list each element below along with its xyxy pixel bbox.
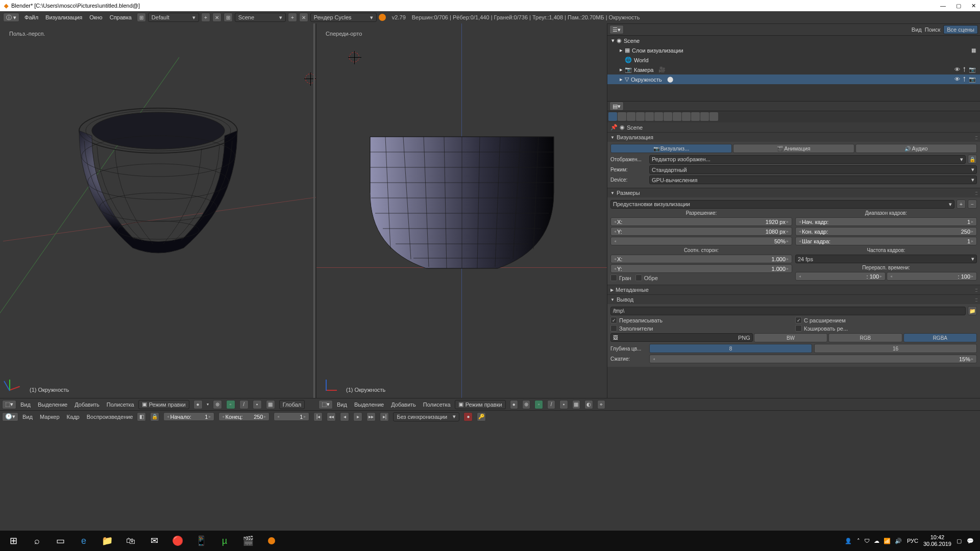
layout-browse-icon[interactable]: ⊞ <box>137 13 146 22</box>
orientation-dropdown[interactable]: Глобал <box>279 400 305 409</box>
aspect-y-field[interactable]: ◂Y:1.000▸ <box>610 264 792 273</box>
play-reverse-icon[interactable]: ◂ <box>340 412 349 421</box>
screen-layout-dropdown[interactable]: Default▾ <box>148 13 199 22</box>
vert-select-icon[interactable]: ▫ <box>534 400 543 409</box>
vert-select-icon[interactable]: ▫ <box>226 400 235 409</box>
autokey-icon[interactable]: ● <box>463 412 473 421</box>
aspect-x-field[interactable]: ◂X:1.000▸ <box>610 255 792 263</box>
jump-end-icon[interactable]: ▸| <box>380 412 389 421</box>
edge-icon[interactable]: e <box>72 531 95 550</box>
pin-icon[interactable]: 📌 <box>610 124 618 131</box>
crop-checkbox[interactable] <box>635 274 642 281</box>
frame-end-field[interactable]: ◂Кон. кадр:250▸ <box>795 227 977 236</box>
limit-sel-icon[interactable]: ▦ <box>266 400 275 409</box>
menu-render[interactable]: Визуализация <box>45 14 82 20</box>
res-x-field[interactable]: ◂X:1920 px▸ <box>610 217 792 226</box>
output-path-field[interactable] <box>610 307 966 315</box>
world-tab-icon[interactable] <box>636 112 645 121</box>
compression-field[interactable]: ◂15%▸ <box>649 355 977 363</box>
tray-language[interactable]: РУС <box>907 538 918 544</box>
face-select-icon[interactable]: ▪ <box>559 400 568 409</box>
end-frame-field[interactable]: ◂Конец:250▸ <box>218 412 270 421</box>
outliner-editor-icon[interactable]: ☰▾ <box>609 25 624 34</box>
scene-browse-icon[interactable]: ⊞ <box>224 13 233 22</box>
del-layout-button[interactable]: ✕ <box>212 13 222 22</box>
scene-dropdown[interactable]: Scene▾ <box>235 13 286 22</box>
pivot-icon[interactable]: ⊕ <box>213 400 222 409</box>
add-preset-button[interactable]: + <box>957 199 966 209</box>
mode-dropdown[interactable]: ▣ Режим правки <box>138 400 189 409</box>
mode-dropdown[interactable]: ▣ Режим правки <box>455 400 506 409</box>
eye-icon[interactable]: 👁 <box>954 76 960 83</box>
display-dropdown[interactable]: Редактор изображен...▾ <box>649 155 966 164</box>
edge-select-icon[interactable]: / <box>239 400 249 409</box>
3d-viewport-left[interactable]: Польз.-персп. (1) Окружность <box>0 23 316 398</box>
store-icon[interactable]: 🛍 <box>119 531 142 550</box>
outliner-camera[interactable]: ▸📷Камера🎥👁⭡📷 <box>607 65 980 74</box>
editor-type-icon[interactable]: ⬚▾ <box>2 400 16 409</box>
res-pct-field[interactable]: ◂50%▸ <box>610 237 792 245</box>
material-tab-icon[interactable] <box>682 112 691 121</box>
res-y-field[interactable]: ◂Y:1080 px▸ <box>610 227 792 236</box>
keyframe-prev-icon[interactable]: ◂◂ <box>327 412 336 421</box>
del-scene-button[interactable]: ✕ <box>299 13 308 22</box>
sync-dropdown[interactable]: Без синхронизации▾ <box>393 412 459 421</box>
properties-editor-icon[interactable]: ▤▾ <box>609 102 624 111</box>
outliner-scene[interactable]: ▾◉Scene <box>607 36 980 45</box>
eye-icon[interactable]: 👁 <box>954 66 960 73</box>
3d-viewport-right[interactable]: Спереди-орто (1) Окружность <box>316 23 607 398</box>
outliner-renderlayers[interactable]: ▸▦Слои визуализации▦ <box>607 45 980 55</box>
format-dropdown[interactable]: 🖼 PNG <box>610 333 753 342</box>
render-engine-dropdown[interactable]: Рендер Cycles▾ <box>310 13 377 22</box>
particles-tab-icon[interactable] <box>700 112 709 121</box>
depth-16-button[interactable]: 16 <box>814 344 977 353</box>
tray-onedrive-icon[interactable]: ☁ <box>874 538 879 544</box>
audio-button[interactable]: 🔊Аудио <box>855 144 977 153</box>
edge-select-icon[interactable]: / <box>547 400 555 409</box>
remap-new-field[interactable]: ◂: 100▸ <box>887 272 977 281</box>
outliner-tree[interactable]: ▾◉Scene ▸▦Слои визуализации▦ 🌐World ▸📷Ка… <box>607 36 980 101</box>
menu-window[interactable]: Окно <box>89 14 103 20</box>
folder-browse-icon[interactable]: 📁 <box>968 306 977 315</box>
people-icon[interactable]: 👤 <box>845 538 852 544</box>
overwrite-checkbox[interactable]: ✓ <box>610 317 617 323</box>
mail-icon[interactable]: ✉ <box>143 531 165 550</box>
feature-set-dropdown[interactable]: Стандартный▾ <box>649 165 977 174</box>
panel-dimensions[interactable]: ▼Размеры:::: <box>607 188 980 197</box>
render-tab-icon[interactable] <box>608 112 617 121</box>
shading-icon[interactable]: ● <box>193 400 203 409</box>
phone-icon[interactable]: 📱 <box>190 531 212 550</box>
outliner-circle[interactable]: ▸▽Окружность⬤👁⭡📷 <box>607 74 980 84</box>
modifiers-tab-icon[interactable] <box>664 112 672 121</box>
tray-notification-icon[interactable]: 💬 <box>967 538 974 544</box>
outliner-search[interactable]: Поиск <box>925 27 940 33</box>
scene-tab-icon[interactable] <box>627 112 635 121</box>
panel-render[interactable]: ▼Визуализация:::: <box>607 132 980 142</box>
data-tab-icon[interactable] <box>673 112 681 121</box>
explorer-icon[interactable]: 📁 <box>96 531 118 550</box>
task-view-icon[interactable]: ▭ <box>49 531 71 550</box>
render-icon[interactable]: 📷 <box>969 76 976 83</box>
editor-type-icon[interactable]: ⓘ ▾ <box>3 13 19 22</box>
device-dropdown[interactable]: GPU-вычисления▾ <box>649 176 977 184</box>
frame-start-field[interactable]: ◂Нач. кадр:1▸ <box>795 217 977 226</box>
menu-file[interactable]: Файл <box>24 14 38 20</box>
editor-type-icon[interactable]: ⬚▾ <box>318 400 333 409</box>
extensions-checkbox[interactable]: ✓ <box>795 317 802 323</box>
render-icon[interactable]: 📷 <box>969 66 976 73</box>
play-icon[interactable]: ▸ <box>353 412 362 421</box>
range-icon[interactable]: ◧ <box>137 412 146 421</box>
editor-type-icon[interactable]: 🕐▾ <box>2 412 18 421</box>
menu-help[interactable]: Справка <box>110 14 132 20</box>
keying-set-icon[interactable]: 🔑 <box>477 412 486 421</box>
start-button[interactable]: ⊞ <box>2 531 24 550</box>
animation-button[interactable]: 🎬Анимация <box>733 144 854 153</box>
tray-clock[interactable]: 10:4230.06.2019 <box>923 534 951 547</box>
object-tab-icon[interactable] <box>645 112 654 121</box>
current-frame-field[interactable]: ◂1▸ <box>274 412 309 421</box>
tray-action-center-icon[interactable]: ▢ <box>957 538 962 544</box>
render-button[interactable]: 📷Визуализ... <box>610 144 732 153</box>
add-layout-button[interactable]: + <box>201 13 210 22</box>
shading-icon[interactable]: ● <box>510 400 518 409</box>
video-editor-icon[interactable]: 🎬 <box>237 531 259 550</box>
